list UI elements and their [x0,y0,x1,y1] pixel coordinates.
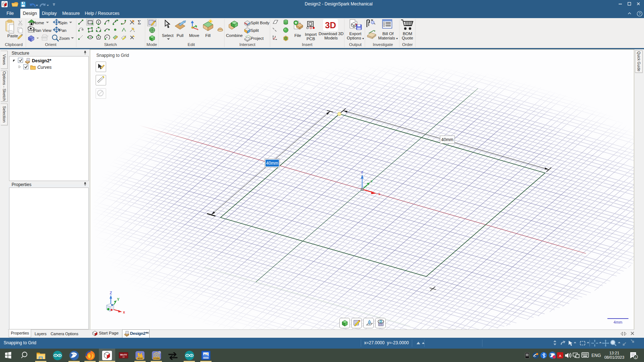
svg-text:x: x [379,192,380,196]
svg-text:2: 2 [384,25,385,27]
svg-text:3D: 3D [325,20,336,30]
svg-text:Y: Y [371,179,373,183]
svg-text:40mm: 40mm [441,137,453,142]
svg-text:Z: Z [361,170,363,174]
svg-text:Curves: Curves [37,65,52,70]
svg-text:Z: Z [110,291,112,295]
svg-text:ENG: ENG [591,353,601,358]
svg-text:x: x [123,310,125,314]
svg-text:1: 1 [635,356,637,359]
svg-text:STUDIO: STUDIO [153,358,160,359]
svg-text:40mm: 40mm [266,161,278,166]
svg-text:HEAR: HEAR [137,357,143,359]
svg-text:WinTV: WinTV [120,354,127,356]
svg-text:Y: Y [117,298,120,302]
svg-text:Σ: Σ [138,19,141,25]
svg-text:10: 10 [122,356,125,358]
svg-text:A: A [559,354,561,358]
svg-text:?: ? [639,12,641,16]
svg-text:1: 1 [384,22,385,24]
svg-text:Design2*: Design2* [32,58,51,63]
